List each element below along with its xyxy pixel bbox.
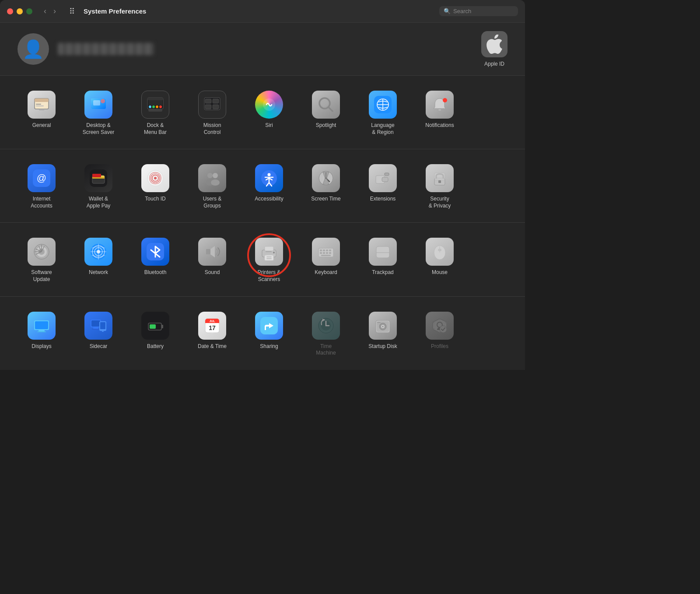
mouse-icon <box>426 238 454 266</box>
notifications-label: Notifications <box>425 122 454 129</box>
svg-rect-101 <box>161 325 163 328</box>
sound-icon <box>198 238 226 266</box>
touchid-icon <box>141 164 169 192</box>
search-icon: 🔍 <box>444 8 451 14</box>
svg-rect-52 <box>385 173 389 176</box>
pref-item-internet[interactable]: @ InternetAccounts <box>13 158 70 214</box>
close-button[interactable] <box>7 8 13 14</box>
traffic-lights <box>7 8 32 14</box>
svg-rect-91 <box>38 330 45 331</box>
grid-view-button[interactable]: ⠿ <box>66 6 78 17</box>
extensions-icon <box>369 164 397 192</box>
svg-rect-11 <box>147 98 163 100</box>
forward-button[interactable]: › <box>51 6 59 17</box>
pref-item-startup[interactable]: Startup Disk <box>354 306 411 361</box>
svg-line-25 <box>329 107 332 111</box>
users-label: Users &Groups <box>203 196 222 209</box>
svg-point-41 <box>154 177 157 179</box>
back-button[interactable]: ‹ <box>41 6 49 17</box>
svg-rect-98 <box>100 322 105 329</box>
screentime-icon <box>312 164 340 192</box>
svg-point-24 <box>321 100 328 107</box>
svg-rect-75 <box>320 250 322 251</box>
svg-rect-119 <box>377 324 380 325</box>
siri-icon <box>255 91 283 119</box>
pref-item-language[interactable]: Language& Region <box>354 84 411 140</box>
touchid-label: Touch ID <box>145 196 165 203</box>
svg-rect-16 <box>148 109 162 112</box>
sound-label: Sound <box>205 269 220 276</box>
svg-rect-84 <box>376 246 389 258</box>
pref-item-users[interactable]: Users &Groups <box>184 158 241 214</box>
pref-item-sidecar[interactable]: Sidecar <box>70 306 127 361</box>
search-bar[interactable]: 🔍 <box>439 6 518 16</box>
users-icon <box>198 164 226 192</box>
pref-item-datetime[interactable]: JUL 17 Date & Time <box>184 306 241 361</box>
pref-item-security[interactable]: Security& Privacy <box>411 158 468 214</box>
pref-item-touchid[interactable]: Touch ID <box>127 158 184 214</box>
svg-rect-70 <box>266 257 272 257</box>
svg-rect-51 <box>382 177 388 182</box>
pref-item-keyboard[interactable]: Keyboard <box>298 232 354 287</box>
trackpad-icon <box>369 238 397 266</box>
pref-grid-other: Displays Sidecar <box>13 306 512 361</box>
pref-item-battery[interactable]: Battery <box>127 306 184 361</box>
pref-item-notifications[interactable]: Notifications <box>411 84 468 140</box>
maximize-button[interactable] <box>26 8 32 14</box>
apple-id-button[interactable]: Apple ID <box>481 31 508 67</box>
svg-rect-55 <box>434 173 445 180</box>
network-label: Network <box>89 269 108 276</box>
pref-item-bluetooth[interactable]: Bluetooth <box>127 232 184 287</box>
pref-item-desktop[interactable]: Desktop &Screen Saver <box>70 84 127 140</box>
section-hardware: SoftwareUpdate Network <box>0 223 525 296</box>
svg-rect-99 <box>102 331 104 332</box>
svg-rect-96 <box>92 329 100 330</box>
keyboard-label: Keyboard <box>315 269 337 276</box>
dock-label: Dock &Menu Bar <box>144 122 167 136</box>
content: 👤 Apple ID <box>0 23 525 370</box>
pref-item-software[interactable]: SoftwareUpdate <box>13 232 70 287</box>
pref-item-sharing[interactable]: Sharing <box>241 306 298 361</box>
svg-rect-82 <box>329 252 331 254</box>
pref-item-displays[interactable]: Displays <box>13 306 70 361</box>
svg-text:17: 17 <box>209 324 216 331</box>
minimize-button[interactable] <box>17 8 23 14</box>
pref-item-wallet[interactable]: Wallet &Apple Pay <box>70 158 127 214</box>
pref-item-sound[interactable]: Sound <box>184 232 241 287</box>
extensions-label: Extensions <box>370 196 396 203</box>
svg-point-12 <box>149 105 151 108</box>
svg-rect-94 <box>91 320 100 327</box>
pref-item-extensions[interactable]: Extensions <box>354 158 411 214</box>
pref-item-printers[interactable]: Printers &Scanners <box>241 232 298 287</box>
software-label: SoftwareUpdate <box>31 269 52 283</box>
datetime-label: Date & Time <box>198 343 227 350</box>
wallet-label: Wallet &Apple Pay <box>87 196 111 209</box>
pref-item-network[interactable]: Network <box>70 232 127 287</box>
pref-item-trackpad[interactable]: Trackpad <box>354 232 411 287</box>
trackpad-label: Trackpad <box>372 269 394 276</box>
pref-item-mouse[interactable]: Mouse <box>411 232 468 287</box>
svg-point-121 <box>440 326 447 333</box>
sharing-icon <box>255 312 283 340</box>
search-input[interactable] <box>453 8 510 14</box>
svg-rect-37 <box>92 177 105 179</box>
pref-item-dock[interactable]: Dock &Menu Bar <box>127 84 184 140</box>
nav-buttons: ‹ › <box>41 6 59 17</box>
pref-item-spotlight[interactable]: Spotlight <box>298 84 354 140</box>
displays-icon <box>28 312 56 340</box>
svg-rect-1 <box>35 98 49 102</box>
displays-label: Displays <box>32 343 51 350</box>
pref-item-mission[interactable]: MissionControl <box>184 84 241 140</box>
pref-item-accessibility[interactable]: Accessibility <box>241 158 298 214</box>
pref-item-general[interactable]: General <box>13 84 70 140</box>
apple-id-icon <box>481 31 508 57</box>
section-personal: General <box>0 76 525 149</box>
mission-label: MissionControl <box>203 122 221 136</box>
svg-rect-68 <box>265 246 273 251</box>
pref-item-siri[interactable]: Siri <box>241 84 298 140</box>
pref-item-profiles[interactable]: Profiles <box>411 306 468 361</box>
svg-rect-83 <box>321 255 331 256</box>
pref-item-timemachine[interactable]: TimeMachine <box>298 306 354 361</box>
pref-item-screentime[interactable]: Screen Time <box>298 158 354 214</box>
spotlight-label: Spotlight <box>316 122 336 129</box>
